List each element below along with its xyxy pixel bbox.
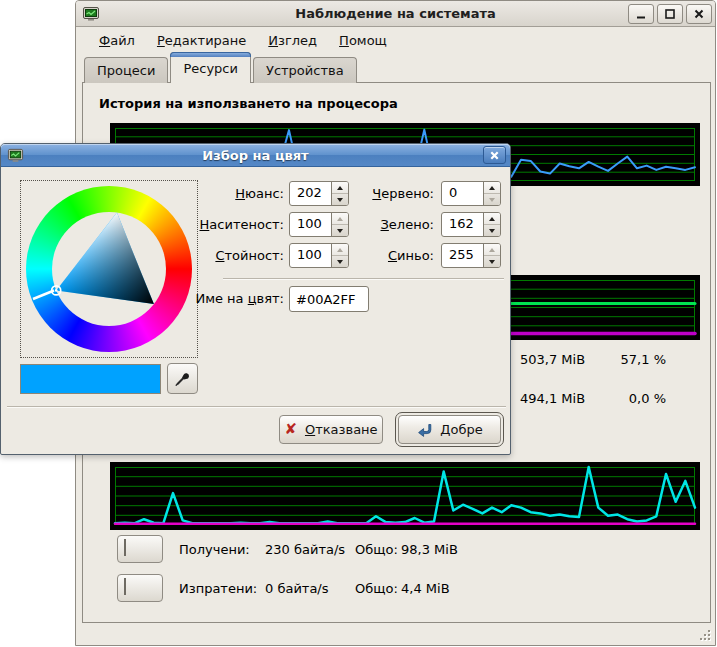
close-button[interactable] bbox=[686, 4, 712, 24]
tab-resources[interactable]: Ресурси bbox=[170, 52, 251, 83]
sent-total-label: Общо: bbox=[355, 581, 401, 596]
red-spin-down-icon[interactable] bbox=[484, 194, 500, 205]
ok-return-arrow-icon bbox=[416, 422, 432, 438]
value-label: Стойност: bbox=[164, 243, 284, 268]
main-window-title: Наблюдение на системата bbox=[295, 6, 496, 21]
menu-help[interactable]: Помощ bbox=[330, 30, 396, 51]
blue-spinbox[interactable]: 255 bbox=[441, 243, 501, 268]
sent-color-button[interactable] bbox=[117, 574, 163, 602]
received-rate: 230 байта/s bbox=[265, 542, 355, 557]
system-monitor-icon bbox=[82, 5, 100, 23]
saturation-spin-up-icon[interactable] bbox=[332, 213, 348, 225]
menu-file[interactable]: Файл bbox=[90, 30, 144, 51]
dialog-title: Избор на цвят bbox=[202, 148, 308, 163]
swap-percent: 0,0 % bbox=[608, 391, 666, 406]
action-area-separator bbox=[7, 406, 506, 408]
sent-color-swatch bbox=[124, 578, 126, 595]
cancel-x-icon: ✘ bbox=[284, 422, 297, 437]
color-picker-dialog: Избор на цвят bbox=[0, 143, 511, 455]
tab-bar: Процеси Ресурси Устройства bbox=[84, 53, 359, 83]
value-spin-up-icon[interactable] bbox=[332, 244, 348, 256]
color-wheel[interactable] bbox=[20, 180, 198, 358]
menu-view[interactable]: Изглед bbox=[259, 30, 326, 51]
hue-ring[interactable] bbox=[26, 186, 192, 352]
hue-spinbox[interactable]: 202 bbox=[289, 181, 349, 206]
resize-grip[interactable] bbox=[696, 626, 712, 642]
tab-processes[interactable]: Процеси bbox=[84, 57, 168, 83]
received-total: 98,3 MiB bbox=[401, 542, 458, 557]
memory-size: 503,7 MiB bbox=[520, 352, 608, 367]
main-titlebar[interactable]: Наблюдение на системата bbox=[76, 1, 715, 27]
sent-label: Изпратени: bbox=[179, 581, 265, 596]
blue-spin-up-icon[interactable] bbox=[484, 244, 500, 256]
menu-edit[interactable]: Редактиране bbox=[148, 30, 255, 51]
hue-spin-down-icon[interactable] bbox=[332, 194, 348, 205]
memory-usage-row: 503,7 MiB 57,1 % bbox=[520, 352, 666, 367]
tab-devices[interactable]: Устройства bbox=[253, 57, 357, 83]
menubar: Файл Редактиране Изглед Помощ bbox=[76, 27, 715, 53]
green-spin-down-icon[interactable] bbox=[484, 225, 500, 236]
saturation-spin-down-icon[interactable] bbox=[332, 225, 348, 236]
sent-rate: 0 байта/s bbox=[265, 581, 355, 596]
network-history-chart bbox=[110, 462, 700, 530]
saturation-spinbox[interactable]: 100 bbox=[289, 212, 349, 237]
network-sent-row: Изпратени: 0 байта/s Общо: 4,4 MiB bbox=[117, 574, 450, 602]
sent-total: 4,4 MiB bbox=[401, 581, 450, 596]
received-color-swatch bbox=[124, 539, 126, 556]
color-name-label: Име на цвят: bbox=[164, 286, 284, 311]
saturation-label: Наситеност: bbox=[164, 212, 284, 237]
memory-percent: 57,1 % bbox=[608, 352, 666, 367]
swap-size: 494,1 MiB bbox=[520, 391, 608, 406]
saturation-value-triangle[interactable] bbox=[26, 186, 192, 352]
network-received-row: Получени: 230 байта/s Общо: 98,3 MiB bbox=[117, 535, 458, 563]
red-spin-up-icon[interactable] bbox=[484, 182, 500, 194]
hue-label: Нюанс: bbox=[164, 181, 284, 206]
fields-separator bbox=[223, 278, 504, 280]
selected-color-preview bbox=[20, 364, 161, 394]
dialog-icon bbox=[7, 147, 24, 164]
eyedropper-icon bbox=[174, 370, 191, 387]
cpu-history-heading: История на използването на процесора bbox=[99, 96, 398, 111]
value-spin-down-icon[interactable] bbox=[332, 256, 348, 267]
blue-spin-down-icon[interactable] bbox=[484, 256, 500, 267]
minimize-button[interactable] bbox=[628, 4, 654, 24]
color-name-input[interactable] bbox=[289, 286, 369, 312]
received-label: Получени: bbox=[179, 542, 265, 557]
green-spin-up-icon[interactable] bbox=[484, 213, 500, 225]
dialog-close-button[interactable] bbox=[483, 146, 506, 164]
ok-button[interactable]: Добре bbox=[398, 415, 501, 444]
red-spinbox[interactable]: 0 bbox=[441, 181, 501, 206]
maximize-button[interactable] bbox=[657, 4, 683, 24]
received-color-button[interactable] bbox=[117, 535, 163, 563]
green-spinbox[interactable]: 162 bbox=[441, 212, 501, 237]
hue-spin-up-icon[interactable] bbox=[332, 182, 348, 194]
cancel-button[interactable]: ✘ Отказване bbox=[279, 415, 383, 444]
eyedropper-button[interactable] bbox=[167, 363, 198, 394]
value-spinbox[interactable]: 100 bbox=[289, 243, 349, 268]
received-total-label: Общо: bbox=[355, 542, 401, 557]
dialog-titlebar[interactable]: Избор на цвят bbox=[1, 144, 510, 167]
swap-usage-row: 494,1 MiB 0,0 % bbox=[520, 391, 666, 406]
